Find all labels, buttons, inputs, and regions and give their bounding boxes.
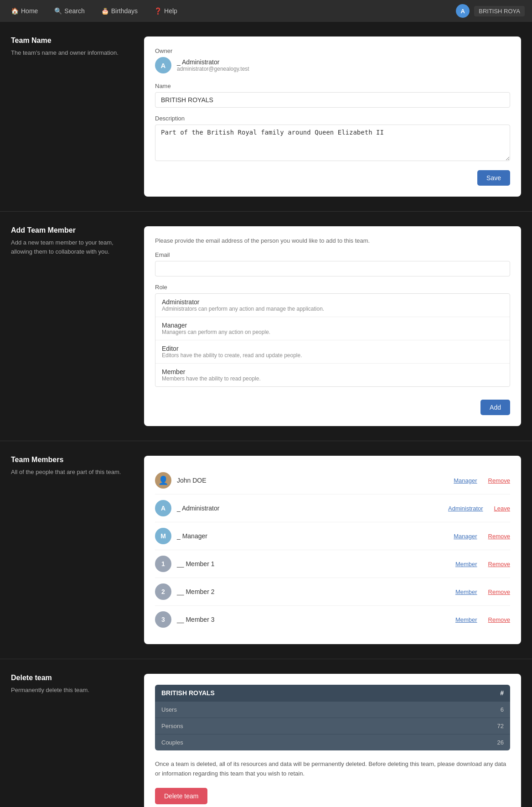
member-role[interactable]: Manager <box>454 533 477 540</box>
stats-table: BRITISH ROYALS # Users6Persons72Couples2… <box>155 685 510 750</box>
team-name-section: Team Name The team's name and owner info… <box>0 22 532 212</box>
birthday-icon: 🎂 <box>101 7 109 15</box>
navbar: 🏠 Home 🔍 Search 🎂 Birthdays ❓ Help A BRI… <box>0 0 532 22</box>
role-item[interactable]: AdministratorAdministrators can perform … <box>155 294 510 317</box>
help-icon: ❓ <box>154 7 162 15</box>
member-name: __ Member 1 <box>177 560 450 568</box>
member-row: 3 __ Member 3 Member Remove <box>155 606 510 633</box>
owner-group: Owner A _ Administrator administrator@ge… <box>155 47 510 73</box>
role-item[interactable]: EditorEditors have the ability to create… <box>155 340 510 364</box>
navbar-birthdays[interactable]: 🎂 Birthdays <box>98 5 141 16</box>
navbar-home[interactable]: 🏠 Home <box>7 5 41 16</box>
navbar-right: A BRITISH ROYA <box>456 4 525 18</box>
email-input[interactable] <box>155 261 510 276</box>
add-member-heading: Add Team Member <box>11 226 129 234</box>
role-label: Role <box>155 284 510 291</box>
add-member-form: Please provide the email address of the … <box>144 226 521 426</box>
team-name-left: Team Name The team's name and owner info… <box>11 36 129 197</box>
member-row: 1 __ Member 1 Member Remove <box>155 550 510 578</box>
description-label: Description <box>155 115 510 122</box>
team-members-left: Team Members All of the people that are … <box>11 456 129 644</box>
role-group: Role AdministratorAdministrators can per… <box>155 284 510 387</box>
add-member-form-desc: Please provide the email address of the … <box>155 237 510 244</box>
description-group: Description Part of the British Royal fa… <box>155 115 510 163</box>
navbar-birthdays-label: Birthdays <box>111 7 138 15</box>
member-name: __ Member 2 <box>177 588 450 595</box>
stats-row: Couples26 <box>155 734 510 750</box>
delete-desc: Permanently delete this team. <box>11 686 129 695</box>
member-name: __ Member 3 <box>177 616 450 623</box>
add-member-section: Add Team Member Add a new team member to… <box>0 212 532 441</box>
role-list: AdministratorAdministrators can perform … <box>155 293 510 387</box>
member-action[interactable]: Remove <box>488 533 510 540</box>
delete-button[interactable]: Delete team <box>155 788 207 804</box>
member-avatar: 👤 <box>155 472 171 489</box>
owner-email: administrator@genealogy.test <box>177 66 249 72</box>
role-item[interactable]: ManagerManagers can perform any action o… <box>155 317 510 340</box>
member-action[interactable]: Remove <box>488 616 510 623</box>
add-member-desc: Add a new team member to your team, allo… <box>11 238 129 256</box>
navbar-avatar-letter: A <box>461 8 465 15</box>
member-avatar: 3 <box>155 611 171 628</box>
team-name-heading: Team Name <box>11 36 129 45</box>
team-name-input[interactable] <box>155 92 510 108</box>
member-avatar: M <box>155 528 171 544</box>
navbar-avatar[interactable]: A <box>456 4 470 18</box>
team-name-form: Owner A _ Administrator administrator@ge… <box>144 36 521 197</box>
owner-avatar: A <box>155 57 171 73</box>
member-role[interactable]: Manager <box>454 477 477 484</box>
member-name: John DOE <box>177 477 448 484</box>
add-member-left: Add Team Member Add a new team member to… <box>11 226 129 426</box>
navbar-search[interactable]: 🔍 Search <box>51 5 88 16</box>
team-members-section: Team Members All of the people that are … <box>0 441 532 659</box>
owner-name: _ Administrator <box>177 58 249 66</box>
member-action[interactable]: Remove <box>488 588 510 595</box>
navbar-help-label: Help <box>164 7 177 15</box>
save-row: Save <box>155 170 510 186</box>
description-input[interactable]: Part of the British Royal family around … <box>155 125 510 161</box>
member-role[interactable]: Member <box>455 588 477 595</box>
navbar-search-label: Search <box>64 7 84 15</box>
delete-left: Delete team Permanently delete this team… <box>11 674 129 807</box>
member-row: 2 __ Member 2 Member Remove <box>155 578 510 606</box>
add-member-button[interactable]: Add <box>480 400 510 415</box>
member-action[interactable]: Remove <box>488 477 510 484</box>
member-name: _ Administrator <box>177 505 443 512</box>
role-item[interactable]: MemberMembers have the ability to read p… <box>155 364 510 386</box>
member-row: 👤 John DOE Manager Remove <box>155 467 510 495</box>
delete-form: BRITISH ROYALS # Users6Persons72Couples2… <box>144 674 521 807</box>
save-button[interactable]: Save <box>477 170 510 186</box>
team-name-desc: The team's name and owner information. <box>11 48 129 57</box>
stats-team-name: BRITISH ROYALS <box>161 689 476 697</box>
member-name: _ Manager <box>177 532 448 540</box>
member-row: A _ Administrator Administrator Leave <box>155 495 510 522</box>
stats-header: BRITISH ROYALS # <box>155 685 510 701</box>
name-label: Name <box>155 83 510 89</box>
stats-hash: # <box>476 689 504 697</box>
member-action[interactable]: Leave <box>494 505 510 512</box>
member-role[interactable]: Member <box>455 561 477 568</box>
stats-row: Users6 <box>155 701 510 718</box>
delete-heading: Delete team <box>11 674 129 682</box>
email-label: Email <box>155 251 510 258</box>
navbar-help[interactable]: ❓ Help <box>150 5 181 16</box>
member-avatar: 1 <box>155 556 171 572</box>
team-members-heading: Team Members <box>11 456 129 464</box>
member-row: M _ Manager Manager Remove <box>155 522 510 550</box>
delete-warning: Once a team is deleted, all of its resou… <box>155 760 510 779</box>
member-action[interactable]: Remove <box>488 561 510 568</box>
owner-row: A _ Administrator administrator@genealog… <box>155 57 510 73</box>
name-group: Name <box>155 83 510 108</box>
member-role[interactable]: Administrator <box>448 505 483 512</box>
owner-info: _ Administrator administrator@genealogy.… <box>177 58 249 72</box>
email-group: Email <box>155 251 510 276</box>
home-icon: 🏠 <box>11 7 19 15</box>
delete-section: Delete team Permanently delete this team… <box>0 659 532 807</box>
add-row: Add <box>155 394 510 415</box>
team-members-list: 👤 John DOE Manager Remove A _ Administra… <box>144 456 521 644</box>
navbar-home-label: Home <box>21 7 38 15</box>
member-avatar: 2 <box>155 583 171 600</box>
search-icon: 🔍 <box>54 7 62 15</box>
member-role[interactable]: Member <box>455 616 477 623</box>
member-avatar: A <box>155 500 171 516</box>
